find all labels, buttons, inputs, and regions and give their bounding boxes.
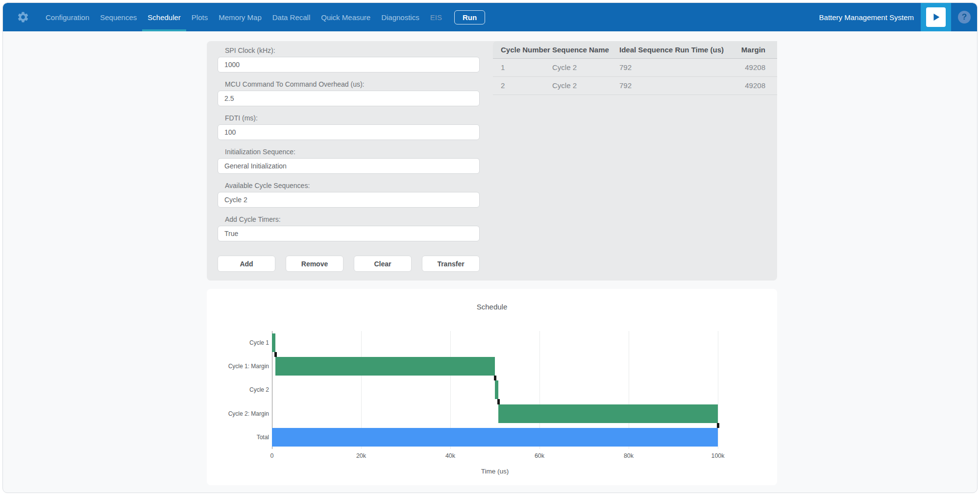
x-tick-label: 20k xyxy=(350,452,372,459)
nav-item-configuration[interactable]: Configuration xyxy=(40,3,95,31)
gantt-bar-cycle-1-margin xyxy=(275,357,495,376)
field-input-mcu-command-to-command-overhead-us[interactable] xyxy=(218,91,480,106)
table-cell: 792 xyxy=(619,76,735,94)
field-label-available-cycle-sequences: Available Cycle Sequences: xyxy=(225,182,310,190)
transfer-button[interactable]: Transfer xyxy=(422,256,480,272)
nav-item-plots[interactable]: Plots xyxy=(186,3,213,31)
scheduler-config-panel: SPI Clock (kHz):MCU Command To Command O… xyxy=(207,41,777,281)
gantt-bar-cycle-2 xyxy=(495,380,498,399)
transition-marker xyxy=(494,376,496,380)
table-row[interactable]: 2Cycle 279249208 xyxy=(493,76,777,94)
nav-item-memory-map[interactable]: Memory Map xyxy=(213,3,267,31)
field-label-fdti-ms: FDTI (ms): xyxy=(225,114,258,122)
table-body: 1Cycle 2792492082Cycle 279249208 xyxy=(493,58,777,94)
y-category-label: Cycle 1 xyxy=(207,331,269,354)
table-cell: Cycle 2 xyxy=(552,76,619,94)
remove-button[interactable]: Remove xyxy=(286,256,343,272)
y-category-label: Cycle 2 xyxy=(207,378,269,402)
run-button[interactable]: Run xyxy=(454,10,485,24)
table-header-row: Cycle NumberSequence NameIdeal Sequence … xyxy=(493,41,777,58)
field-label-mcu-command-to-command-overhead-us: MCU Command To Command Overhead (us): xyxy=(225,80,365,89)
field-input-add-cycle-timers[interactable] xyxy=(218,226,480,241)
gantt-bar-cycle-1 xyxy=(272,333,275,352)
nav-item-sequences[interactable]: Sequences xyxy=(95,3,142,31)
transition-marker xyxy=(274,352,277,357)
field-input-available-cycle-sequences[interactable] xyxy=(218,192,480,208)
nav-item-scheduler[interactable]: Scheduler xyxy=(142,3,186,31)
column-header-sequence-name: Sequence Name xyxy=(552,41,619,58)
nav-item-eis: EIS xyxy=(425,3,447,31)
x-tick-label: 40k xyxy=(440,452,461,459)
gantt-bar-total xyxy=(272,428,718,447)
x-tick-label: 60k xyxy=(529,452,550,459)
transition-marker xyxy=(497,399,500,404)
y-category-label: Cycle 1: Margin xyxy=(207,354,269,378)
table-cell: 2 xyxy=(493,76,552,94)
app-window: ConfigurationSequencesSchedulerPlotsMemo… xyxy=(2,2,978,493)
gridline xyxy=(718,331,718,449)
app-title: Battery Management System xyxy=(819,13,914,22)
table-cell: Cycle 2 xyxy=(552,58,619,76)
x-axis-title: Time (us) xyxy=(272,468,718,475)
x-tick-label: 80k xyxy=(618,452,639,459)
schedule-chart-card: Schedule 020k40k60k80k100kCycle 1Cycle 1… xyxy=(207,289,777,485)
table-cell: 792 xyxy=(619,58,735,76)
chart-title: Schedule xyxy=(207,303,777,311)
x-tick-label: 0 xyxy=(261,452,283,459)
table-cell: 49208 xyxy=(735,58,777,76)
settings-gear-icon[interactable] xyxy=(17,3,29,31)
table-cell: 1 xyxy=(493,58,552,76)
table-row[interactable]: 1Cycle 279249208 xyxy=(493,58,777,76)
gantt-bar-cycle-2-margin xyxy=(498,404,718,423)
field-input-fdti-ms[interactable] xyxy=(218,124,480,140)
y-category-label: Cycle 2: Margin xyxy=(207,402,269,425)
play-tile-button[interactable] xyxy=(921,3,951,31)
nav-item-diagnostics[interactable]: Diagnostics xyxy=(376,3,425,31)
column-header-margin: Margin xyxy=(735,41,777,58)
nav-menu: ConfigurationSequencesSchedulerPlotsMemo… xyxy=(40,3,447,31)
table-cell: 49208 xyxy=(735,76,777,94)
nav-item-quick-measure[interactable]: Quick Measure xyxy=(316,3,376,31)
column-header-ideal-sequence-run-time-us: Ideal Sequence Run Time (us) xyxy=(619,41,735,58)
transition-marker xyxy=(717,423,719,428)
nav-item-data-recall[interactable]: Data Recall xyxy=(267,3,316,31)
add-button[interactable]: Add xyxy=(218,256,275,272)
column-header-cycle-number: Cycle Number xyxy=(493,41,552,58)
field-label-spi-clock-khz: SPI Clock (kHz): xyxy=(225,47,275,55)
play-icon xyxy=(926,7,946,27)
cycles-table: Cycle NumberSequence NameIdeal Sequence … xyxy=(493,41,777,95)
form-button-row: AddRemoveClearTransfer xyxy=(218,256,480,272)
nav-right-group: Battery Management System ? xyxy=(819,3,977,31)
field-label-add-cycle-timers: Add Cycle Timers: xyxy=(225,215,281,224)
top-navbar: ConfigurationSequencesSchedulerPlotsMemo… xyxy=(3,3,977,31)
field-label-initialization-sequence: Initialization Sequence: xyxy=(225,148,295,156)
clear-button[interactable]: Clear xyxy=(354,256,412,272)
field-input-spi-clock-khz[interactable] xyxy=(218,57,480,72)
field-input-initialization-sequence[interactable] xyxy=(218,158,480,174)
y-category-label: Total xyxy=(207,425,269,449)
help-icon[interactable]: ? xyxy=(958,11,971,24)
x-tick-label: 100k xyxy=(707,452,729,459)
